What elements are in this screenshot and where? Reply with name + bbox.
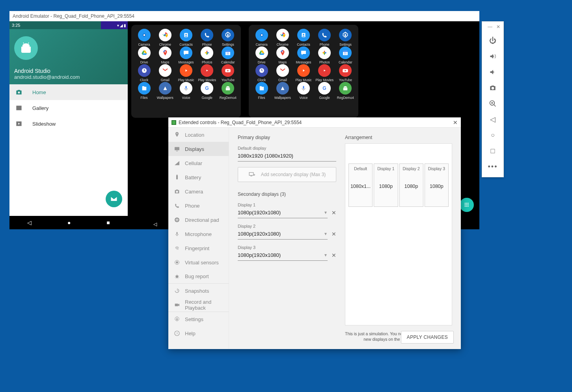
nav-item-gallery[interactable]: Gallery [9,100,128,116]
app-clock[interactable]: Clock [134,64,154,82]
secondary-display-dropdown-1[interactable]: 1080p(1920x1080)▼ [238,207,328,218]
app-regdemo4[interactable]: RegDemo4 [218,82,238,100]
tab-cellular[interactable]: Cellular [168,156,229,170]
apply-changes-button[interactable]: APPLY CHANGES [401,331,454,344]
secondary-display-dropdown-2[interactable]: 1080p(1920x1080)▼ [238,229,328,240]
app-chrome[interactable]: Chrome [273,29,293,46]
nav-item-home[interactable]: Home [9,84,128,100]
volume-down-button[interactable] [486,64,500,80]
app-photos[interactable]: Photos [197,46,217,64]
tab-directional-pad[interactable]: Directional pad [168,213,229,227]
app-maps[interactable]: Maps [273,46,293,64]
tab-help[interactable]: ?Help [168,326,229,340]
volume-up-button[interactable] [486,48,500,64]
power-button[interactable]: ⏻ [486,33,500,48]
tab-location[interactable]: Location [168,128,229,142]
dialog-close-button[interactable]: ✕ [453,119,458,126]
secondary-display-dropdown-3[interactable]: 1080p(1920x1080)▼ [238,250,328,261]
app-youtube[interactable]: YouTube [335,64,355,82]
app-calendar[interactable]: 31Calendar [335,46,355,64]
remove-display-button[interactable]: ✕ [332,252,336,258]
app-photos[interactable]: Photos [315,46,334,64]
fingerprint-icon [174,245,180,251]
app-play-music[interactable]: Play Music [176,64,196,82]
app-contacts[interactable]: Contacts [294,29,313,46]
app-messages[interactable]: Messages [294,46,313,64]
screenshot-button[interactable] [486,80,500,96]
app-files[interactable]: Files [134,82,154,100]
extended-controls-sidebar: LocationDisplaysCellularBatteryCameraPho… [168,128,229,349]
nav-item-slideshow[interactable]: Slideshow [9,116,128,132]
app-voice[interactable]: Voice [176,82,196,100]
tab-battery[interactable]: Battery [168,170,229,184]
tab-snapshots[interactable]: Snapshots [168,284,229,298]
back-button[interactable]: ◁ [486,111,500,127]
app-tile [159,46,171,59]
gmail-icon [162,67,169,74]
app-google[interactable]: GGoogle [197,82,217,100]
svg-point-25 [282,51,283,52]
app-tile [138,46,151,59]
close-button[interactable]: ✕ [496,24,500,31]
overview-button[interactable]: ■ [106,219,110,226]
app-contacts[interactable]: Contacts [176,29,196,46]
back-button[interactable]: ◁ [153,221,157,227]
overview-button[interactable]: □ [486,143,500,159]
arrangement-box-display-1[interactable]: Display 11080p [374,163,398,207]
tab-virtual-sensors[interactable]: Virtual sensors [168,255,229,269]
app-chrome[interactable]: Chrome [155,29,175,46]
app-camera[interactable]: Camera [252,29,272,46]
tab-camera[interactable]: Camera [168,184,229,199]
youtube-icon [342,67,349,74]
more-button[interactable]: ••• [486,159,500,175]
app-camera[interactable]: Camera [134,29,154,46]
app-phone[interactable]: Phone [315,29,334,46]
app-regdemo4[interactable]: RegDemo4 [335,82,355,100]
app-gmail[interactable]: Gmail [273,64,293,82]
app-settings[interactable]: Settings [218,29,238,46]
arrangement-box-display-3[interactable]: Display 31080p [425,163,449,207]
back-button[interactable]: ◁ [27,219,32,226]
app-messages[interactable]: Messages [176,46,196,64]
tab-settings[interactable]: Settings [168,312,229,326]
home-button[interactable]: ● [67,219,71,226]
minimize-button[interactable]: — [488,24,492,31]
zoom-button[interactable] [486,96,500,111]
tab-fingerprint[interactable]: Fingerprint [168,241,229,255]
app-label: Calendar [221,60,235,64]
app-label: Google [319,96,330,100]
remove-display-button[interactable]: ✕ [332,231,336,237]
app-clock[interactable]: Clock [252,64,272,82]
compose-fab[interactable] [106,191,122,207]
app-voice[interactable]: Voice [294,82,313,100]
remove-display-button[interactable]: ✕ [332,210,336,216]
app-phone[interactable]: Phone [197,29,217,46]
app-settings[interactable]: Settings [335,29,355,46]
home-button[interactable]: ○ [486,127,500,143]
launcher-display-1[interactable]: CameraChromeContactsPhoneSettingsDriveMa… [131,25,241,118]
app-play-movies[interactable]: Play Movies [197,64,217,82]
app-maps[interactable]: Maps [155,46,175,64]
apps-fab[interactable] [460,198,474,212]
arrangement-box-display-2[interactable]: Display 21080p [399,163,423,207]
app-wallpapers[interactable]: Wallpapers [155,82,175,100]
app-youtube[interactable]: YouTube [218,64,238,82]
tab-displays[interactable]: Displays [168,142,229,156]
app-files[interactable]: Files [252,82,272,100]
arrangement-canvas[interactable]: Default1080x1...Display 11080pDisplay 21… [345,143,452,325]
app-play-music[interactable]: Play Music [294,64,313,82]
app-wallpapers[interactable]: Wallpapers [273,82,293,100]
app-drive[interactable]: Drive [252,46,272,64]
app-calendar[interactable]: 31Calendar [218,46,238,64]
app-gmail[interactable]: Gmail [155,64,175,82]
tab-record-and-playback[interactable]: Record and Playback [168,298,229,312]
tab-phone[interactable]: Phone [168,199,229,213]
tab-microphone[interactable]: Microphone [168,227,229,241]
app-label: Phone [320,43,330,46]
launcher-display-2[interactable]: CameraChromeContactsPhoneSettingsDriveMa… [249,25,358,118]
app-play-movies[interactable]: Play Movies [315,64,334,82]
app-drive[interactable]: Drive [134,46,154,64]
tab-bug-report[interactable]: Bug report [168,269,229,284]
app-google[interactable]: GGoogle [315,82,334,100]
arrangement-box-default[interactable]: Default1080x1... [348,163,373,207]
